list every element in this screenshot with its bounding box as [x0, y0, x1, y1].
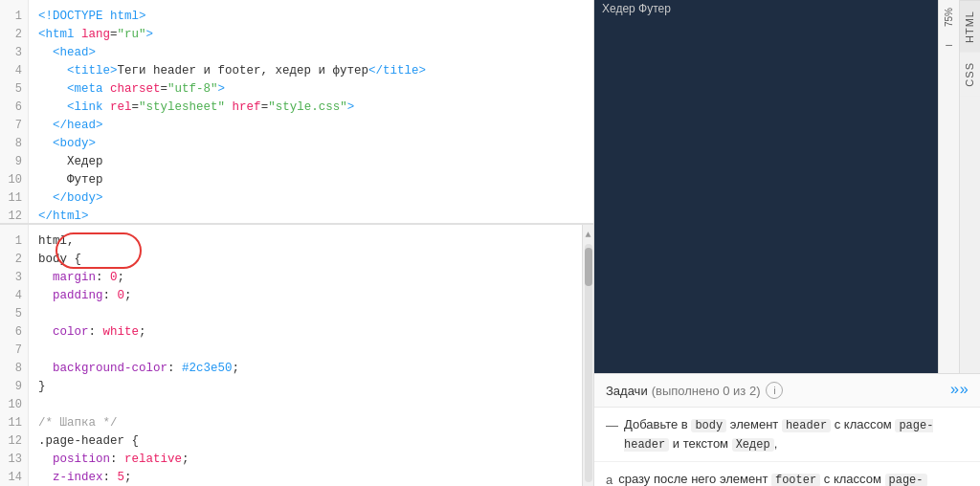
- code-line: [38, 396, 572, 414]
- html-code-area[interactable]: <!DOCTYPE html> <html lang="ru"> <head> …: [29, 0, 593, 223]
- task-item-1: — Добавьте в body элемент header с класс…: [594, 408, 980, 462]
- task-code-page-footer: page-: [885, 474, 927, 486]
- zoom-level: 75%: [942, 0, 956, 34]
- task-code-footer: footer: [771, 474, 820, 486]
- zoom-controls[interactable]: 75% −: [938, 0, 959, 373]
- tasks-panel: Задачи (выполнено 0 из 2) i »» — Добавьт…: [594, 373, 980, 486]
- preview-content: Хедер Футер: [594, 0, 938, 373]
- left-panel: 12345 678910 111213 <!DOCTYPE html> <htm…: [0, 0, 593, 486]
- css-editor[interactable]: 12345 678910 1112131415 161718 html, bod…: [0, 225, 593, 486]
- code-line: margin: 0;: [38, 269, 572, 287]
- code-line: <link rel="stylesheet" href="style.css">: [38, 99, 584, 117]
- code-line: position: relative;: [38, 451, 572, 469]
- code-line: background-color: #2c3e50;: [38, 360, 572, 378]
- task-text-2: сразу после него элемент footer с классо…: [618, 470, 969, 486]
- code-line: <body>: [38, 135, 584, 153]
- code-line: <!DOCTYPE html>: [38, 8, 584, 26]
- task-code-heder: Хедер: [732, 438, 774, 452]
- preview-labels: Хедер Футер: [594, 0, 938, 17]
- preview-area: Хедер Футер 75% − HTML CSS: [594, 0, 980, 373]
- preview-header-label: Хедер Футер: [594, 0, 679, 17]
- code-line: padding: 0;: [38, 287, 572, 305]
- code-line: <html lang="ru">: [38, 26, 584, 44]
- code-line: <head>: [38, 44, 584, 62]
- code-line: </body>: [38, 189, 584, 208]
- tasks-count: (выполнено 0 из 2): [652, 384, 761, 398]
- code-line: <meta charset="utf-8">: [38, 80, 584, 99]
- code-line: <title>Теги header и footer, хедер и фут…: [38, 62, 584, 80]
- tab-html-label[interactable]: HTML: [960, 0, 980, 53]
- code-line: html,: [38, 232, 572, 251]
- task-text-1: Добавьте в body элемент header с классом…: [624, 415, 969, 453]
- html-editor[interactable]: 12345 678910 111213 <!DOCTYPE html> <htm…: [0, 0, 593, 225]
- code-line: }: [38, 378, 572, 396]
- task-dash-2: а: [606, 471, 612, 486]
- code-line: Хедер: [38, 153, 584, 171]
- scrollbar-track[interactable]: [585, 244, 592, 482]
- code-line: /* Шапка */: [38, 414, 572, 432]
- tasks-expand-button[interactable]: »»: [950, 382, 969, 399]
- task-dash: —: [606, 416, 618, 435]
- code-line: [38, 342, 572, 360]
- code-line: </head>: [38, 117, 584, 135]
- zoom-minus-button[interactable]: −: [941, 34, 956, 57]
- scrollbar-thumb[interactable]: [585, 248, 592, 286]
- code-line: body {: [38, 251, 572, 269]
- tab-css-label[interactable]: CSS: [960, 53, 980, 97]
- css-code-area[interactable]: html, body { margin: 0; padding: 0; colo…: [29, 225, 582, 486]
- css-scrollbar[interactable]: ▲: [582, 225, 593, 486]
- tasks-info-icon[interactable]: i: [766, 382, 783, 399]
- task-code-header: header: [782, 419, 831, 432]
- code-line: Футер: [38, 171, 584, 189]
- code-line: z-index: 5;: [38, 469, 572, 486]
- task-item-2: а сразу после него элемент footer с клас…: [594, 462, 980, 486]
- html-line-numbers: 12345 678910 111213: [0, 0, 29, 223]
- scroll-up-arrow[interactable]: ▲: [583, 227, 594, 242]
- code-line: .page-header {: [38, 432, 572, 451]
- tasks-title: Задачи: [606, 384, 648, 398]
- task-code-body: body: [691, 419, 726, 432]
- right-panel: Хедер Футер 75% − HTML CSS Задачи (выпол…: [593, 0, 980, 486]
- code-line: [38, 305, 572, 323]
- code-line: color: white;: [38, 323, 572, 342]
- task-code-page-header: page-header: [624, 419, 933, 452]
- tab-labels: HTML CSS: [959, 0, 980, 373]
- tasks-header: Задачи (выполнено 0 из 2) i »»: [594, 374, 980, 408]
- code-line: </html>: [38, 208, 584, 223]
- css-line-numbers: 12345 678910 1112131415 161718: [0, 225, 29, 486]
